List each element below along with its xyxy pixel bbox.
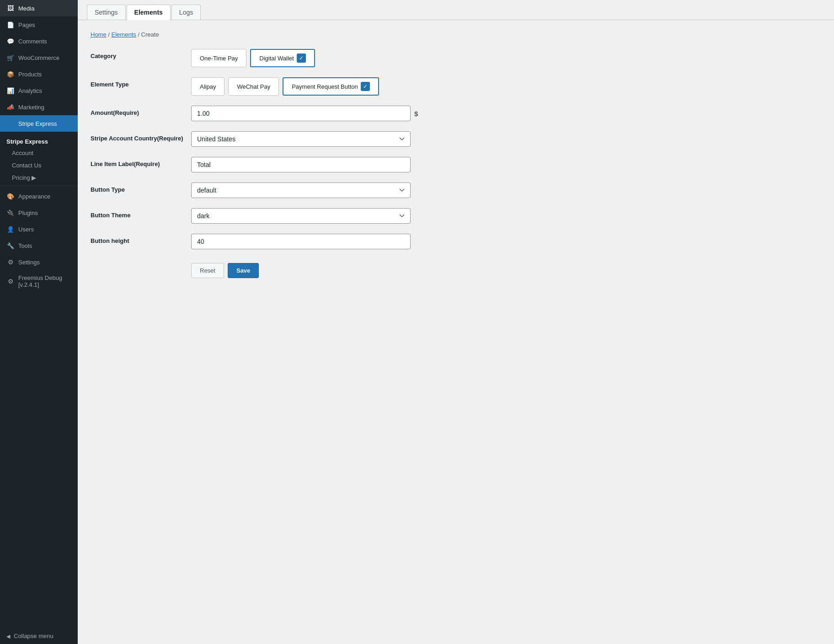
payment-request-check: ✓: [361, 82, 370, 91]
btn-row: Reset Save: [191, 263, 821, 278]
analytics-icon: [6, 86, 15, 95]
line-item-label-input[interactable]: [191, 157, 411, 172]
sidebar-item-stripe-express[interactable]: Stripe Express: [0, 115, 78, 132]
main-content: Settings Elements Logs Home / Elements /…: [78, 0, 834, 644]
sidebar-item-appearance[interactable]: Appearance: [0, 188, 78, 204]
sidebar-sub-item-contact-us[interactable]: Contact Us: [0, 159, 78, 172]
sidebar-item-label: Tools: [18, 242, 32, 249]
digital-wallet-check: ✓: [297, 54, 306, 63]
freemius-icon: [6, 277, 15, 285]
breadcrumb-current: Create: [141, 31, 159, 38]
element-type-alipay[interactable]: Alipay: [191, 77, 225, 96]
sidebar-item-settings[interactable]: Settings: [0, 254, 78, 270]
sidebar-item-label: Appearance: [18, 193, 50, 200]
tab-logs[interactable]: Logs: [171, 5, 201, 20]
sidebar-divider: [0, 186, 78, 186]
stripe-country-row: Stripe Account Country(Require) United S…: [91, 131, 821, 147]
amount-input[interactable]: [191, 106, 411, 121]
sidebar: Media Pages Comments WooCommerce Product…: [0, 0, 78, 644]
button-type-label: Button Type: [91, 182, 191, 193]
sidebar-item-analytics[interactable]: Analytics: [0, 82, 78, 99]
sidebar-item-label: Products: [18, 71, 42, 78]
button-theme-label: Button Theme: [91, 208, 191, 219]
content-area: Home / Elements / Create Category One-Ti…: [78, 20, 834, 644]
sidebar-item-media[interactable]: Media: [0, 0, 78, 16]
sidebar-sub-item-pricing[interactable]: Pricing ▶: [0, 172, 78, 184]
save-button[interactable]: Save: [228, 263, 259, 278]
pages-icon: [6, 21, 15, 29]
sidebar-item-label: Media: [18, 5, 34, 12]
reset-button[interactable]: Reset: [191, 263, 224, 278]
stripe-country-control: United States United Kingdom Canada Aust…: [191, 131, 821, 147]
stripe-country-select[interactable]: United States United Kingdom Canada Aust…: [191, 131, 411, 147]
element-type-row: Element Type Alipay WeChat Pay Payment R…: [91, 77, 821, 96]
tools-icon: [6, 242, 15, 250]
collapse-icon: [6, 633, 10, 639]
button-type-control: default buy donate book: [191, 182, 821, 198]
sidebar-item-tools[interactable]: Tools: [0, 237, 78, 254]
breadcrumb: Home / Elements / Create: [91, 31, 821, 38]
amount-row: Amount(Require) $: [91, 106, 821, 121]
stripe-icon: [6, 119, 15, 128]
woo-icon: [6, 54, 15, 62]
category-label: Category: [91, 49, 191, 59]
amount-label: Amount(Require): [91, 106, 191, 116]
sidebar-item-label: Settings: [18, 259, 40, 266]
create-element-form: Category One-Time Pay Digital Wallet ✓ E…: [91, 49, 821, 278]
sidebar-item-label: Stripe Express: [18, 120, 57, 127]
sidebar-item-comments[interactable]: Comments: [0, 33, 78, 49]
products-icon: [6, 70, 15, 78]
button-theme-select[interactable]: dark light light-outline: [191, 208, 411, 224]
sidebar-sub-item-account[interactable]: Account: [0, 147, 78, 159]
amount-control: $: [191, 106, 821, 121]
button-type-row: Button Type default buy donate book: [91, 182, 821, 198]
element-type-payment-request[interactable]: Payment Request Button ✓: [283, 77, 379, 96]
breadcrumb-elements[interactable]: Elements: [112, 31, 136, 38]
sidebar-item-label: WooCommerce: [18, 54, 59, 61]
media-icon: [6, 4, 15, 12]
breadcrumb-home[interactable]: Home: [91, 31, 107, 38]
element-type-label: Element Type: [91, 77, 191, 88]
stripe-submenu-header: Stripe Express: [0, 132, 78, 147]
element-type-wechat[interactable]: WeChat Pay: [228, 77, 279, 96]
sidebar-item-label: Users: [18, 226, 34, 233]
plugins-icon: [6, 209, 15, 217]
sidebar-item-label: Plugins: [18, 209, 38, 216]
sidebar-item-marketing[interactable]: Marketing: [0, 99, 78, 115]
category-digital-wallet[interactable]: Digital Wallet ✓: [250, 49, 315, 67]
button-theme-control: dark light light-outline: [191, 208, 821, 224]
collapse-menu-button[interactable]: Collapse menu: [0, 628, 78, 644]
button-height-row: Button height: [91, 234, 821, 249]
category-row: Category One-Time Pay Digital Wallet ✓: [91, 49, 821, 67]
button-theme-row: Button Theme dark light light-outline: [91, 208, 821, 224]
collapse-label: Collapse menu: [14, 633, 53, 639]
sidebar-item-plugins[interactable]: Plugins: [0, 204, 78, 221]
button-height-control: [191, 234, 821, 249]
category-toggle-group: One-Time Pay Digital Wallet ✓: [191, 49, 821, 67]
button-type-select[interactable]: default buy donate book: [191, 182, 411, 198]
sidebar-item-products[interactable]: Products: [0, 66, 78, 82]
sidebar-item-label: Analytics: [18, 87, 42, 94]
tab-settings[interactable]: Settings: [87, 5, 126, 20]
form-actions: Reset Save: [91, 259, 821, 278]
line-item-label-control: [191, 157, 821, 172]
sidebar-item-label: Pages: [18, 21, 35, 28]
marketing-icon: [6, 103, 15, 111]
sidebar-item-pages[interactable]: Pages: [0, 16, 78, 33]
sidebar-item-label: Marketing: [18, 104, 44, 111]
tab-bar: Settings Elements Logs: [78, 0, 834, 20]
sidebar-item-label: Comments: [18, 38, 47, 45]
category-one-time-pay[interactable]: One-Time Pay: [191, 49, 246, 67]
button-height-input[interactable]: [191, 234, 411, 249]
tab-elements[interactable]: Elements: [127, 5, 171, 20]
line-item-label-row: Line Item Label(Require): [91, 157, 821, 172]
line-item-label-label: Line Item Label(Require): [91, 157, 191, 167]
appearance-icon: [6, 192, 15, 200]
element-type-toggle-group: Alipay WeChat Pay Payment Request Button…: [191, 77, 821, 96]
settings-icon: [6, 258, 15, 266]
sidebar-item-freemius[interactable]: Freemius Debug [v.2.4.1]: [0, 270, 78, 292]
amount-suffix: $: [414, 110, 418, 118]
sidebar-item-woocommerce[interactable]: WooCommerce: [0, 49, 78, 66]
sidebar-item-users[interactable]: Users: [0, 221, 78, 237]
stripe-country-label: Stripe Account Country(Require): [91, 131, 191, 142]
